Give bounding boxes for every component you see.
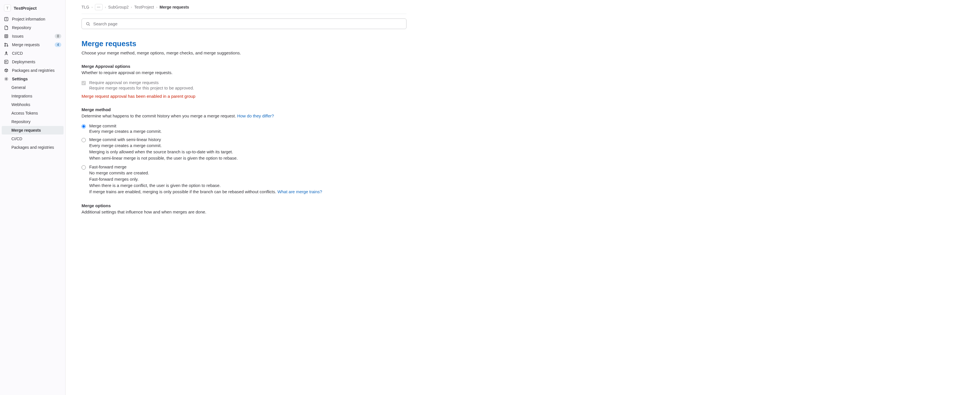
sidebar-item-label: Settings xyxy=(12,76,61,81)
svg-point-11 xyxy=(87,22,89,25)
sidebar-sub-integrations[interactable]: Integrations xyxy=(0,92,65,100)
sidebar-badge: 0 xyxy=(55,34,61,38)
project-name: TestProject xyxy=(14,6,37,11)
sidebar-badge: 4 xyxy=(55,43,61,47)
svg-point-2 xyxy=(6,18,6,19)
breadcrumb-item[interactable]: TLG xyxy=(81,5,89,10)
sidebar-item-label: CI/CD xyxy=(12,51,61,56)
page-description: Choose your merge method, merge options,… xyxy=(81,51,406,55)
semi-linear-sub: Every merge creates a merge commit. Merg… xyxy=(89,142,238,161)
svg-line-12 xyxy=(89,25,90,25)
breadcrumb-item-current: Merge requests xyxy=(160,5,189,10)
breadcrumb-item[interactable]: TestProject xyxy=(134,5,154,10)
merge-trains-link[interactable]: What are merge trains? xyxy=(277,189,322,194)
sidebar: T TestProject Project information Reposi… xyxy=(0,0,65,395)
sidebar-sub-label: General xyxy=(11,85,61,90)
gear-icon xyxy=(4,76,8,81)
require-approval-label: Require approval on merge requests xyxy=(89,80,194,85)
merge-method-help-link[interactable]: How do they differ? xyxy=(237,113,274,118)
semi-linear-radio[interactable] xyxy=(81,138,86,142)
project-header[interactable]: T TestProject xyxy=(0,2,65,15)
issues-icon xyxy=(4,34,8,38)
fast-forward-label: Fast-forward merge xyxy=(89,164,322,169)
sidebar-item-label: Packages and registries xyxy=(12,68,61,73)
sidebar-sub-cicd[interactable]: CI/CD xyxy=(0,134,65,143)
require-approval-checkbox xyxy=(81,81,86,85)
sidebar-item-packages[interactable]: Packages and registries xyxy=(0,66,65,75)
approval-warning: Merge request approval has been enabled … xyxy=(81,94,406,99)
svg-point-8 xyxy=(6,53,6,53)
sidebar-item-label: Issues xyxy=(12,34,51,38)
sidebar-sub-access-tokens[interactable]: Access Tokens xyxy=(0,109,65,118)
fast-forward-radio[interactable] xyxy=(81,165,86,170)
sidebar-sub-packages[interactable]: Packages and registries xyxy=(0,143,65,151)
merge-method-desc-text: Determine what happens to the commit his… xyxy=(81,113,237,118)
fast-forward-sub: No merge commits are created. Fast-forwa… xyxy=(89,170,322,195)
breadcrumb: TLG › ··· › SubGroup2 › TestProject › Me… xyxy=(81,4,406,14)
require-approval-option: Require approval on merge requests Requi… xyxy=(81,80,406,90)
project-avatar: T xyxy=(4,5,11,11)
merge-method-section: Merge method Determine what happens to t… xyxy=(81,107,406,195)
svg-point-10 xyxy=(6,78,7,80)
svg-point-6 xyxy=(5,45,6,46)
approval-section: Merge Approval options Whether to requir… xyxy=(81,64,406,99)
deploy-icon xyxy=(4,60,8,64)
chevron-right-icon: › xyxy=(156,5,158,9)
sidebar-sub-webhooks[interactable]: Webhooks xyxy=(0,100,65,109)
sidebar-item-label: Repository xyxy=(12,25,61,30)
settings-subnav: General Integrations Webhooks Access Tok… xyxy=(0,83,65,151)
approval-desc: Whether to require approval on merge req… xyxy=(81,70,406,75)
fast-forward-sub-text: No merge commits are created. Fast-forwa… xyxy=(89,170,277,194)
sidebar-item-settings[interactable]: Settings xyxy=(0,75,65,83)
svg-rect-4 xyxy=(6,36,7,37)
breadcrumb-item[interactable]: SubGroup2 xyxy=(108,5,129,10)
search-icon xyxy=(86,22,91,26)
sidebar-item-label: Merge requests xyxy=(12,43,51,47)
chevron-right-icon: › xyxy=(131,5,132,9)
breadcrumb-ellipsis-button[interactable]: ··· xyxy=(95,4,103,10)
merge-method-title: Merge method xyxy=(81,107,406,112)
sidebar-sub-label: Integrations xyxy=(11,94,61,98)
sidebar-sub-label: Webhooks xyxy=(11,102,61,107)
sidebar-sub-label: CI/CD xyxy=(11,137,61,141)
sidebar-item-deployments[interactable]: Deployments xyxy=(0,57,65,66)
sidebar-item-label: Deployments xyxy=(12,60,61,64)
sidebar-item-issues[interactable]: Issues 0 xyxy=(0,32,65,40)
merge-options-section: Merge options Additional settings that i… xyxy=(81,203,406,214)
merge-commit-radio[interactable] xyxy=(81,124,86,129)
merge-method-desc: Determine what happens to the commit his… xyxy=(81,113,406,118)
svg-rect-3 xyxy=(5,35,8,38)
chevron-right-icon: › xyxy=(92,5,93,9)
approval-title: Merge Approval options xyxy=(81,64,406,68)
sidebar-sub-merge-requests[interactable]: Merge requests xyxy=(2,126,64,134)
sidebar-sub-label: Access Tokens xyxy=(11,111,61,115)
merge-method-option-fastforward[interactable]: Fast-forward merge No merge commits are … xyxy=(81,164,406,195)
svg-point-7 xyxy=(7,45,8,46)
sidebar-item-repository[interactable]: Repository xyxy=(0,23,65,32)
sidebar-sub-label: Merge requests xyxy=(11,128,60,132)
main-content: TLG › ··· › SubGroup2 › TestProject › Me… xyxy=(65,0,980,395)
sidebar-sub-repository[interactable]: Repository xyxy=(0,118,65,126)
sidebar-item-cicd[interactable]: CI/CD xyxy=(0,49,65,57)
semi-linear-label: Merge commit with semi-linear history xyxy=(89,137,238,142)
sidebar-sub-label: Packages and registries xyxy=(11,145,61,150)
search-input[interactable] xyxy=(93,21,402,26)
sidebar-item-merge-requests[interactable]: Merge requests 4 xyxy=(0,40,65,49)
search-page[interactable] xyxy=(81,19,406,29)
merge-options-desc: Additional settings that influence how a… xyxy=(81,209,406,214)
merge-commit-label: Merge commit xyxy=(89,123,162,128)
sidebar-sub-general[interactable]: General xyxy=(0,83,65,92)
sidebar-item-project-info[interactable]: Project information xyxy=(0,15,65,23)
merge-method-option-commit[interactable]: Merge commit Every merge creates a merge… xyxy=(81,123,406,134)
package-icon xyxy=(4,68,8,73)
merge-method-option-semilinear[interactable]: Merge commit with semi-linear history Ev… xyxy=(81,137,406,161)
svg-point-5 xyxy=(5,43,6,44)
document-icon xyxy=(4,25,8,30)
merge-icon xyxy=(4,43,8,47)
sidebar-sub-label: Repository xyxy=(11,119,61,124)
merge-commit-sub: Every merge creates a merge commit. xyxy=(89,129,162,134)
sidebar-item-label: Project information xyxy=(12,17,61,21)
rocket-icon xyxy=(4,51,8,56)
page-title: Merge requests xyxy=(81,39,406,48)
chevron-right-icon: › xyxy=(105,5,106,9)
